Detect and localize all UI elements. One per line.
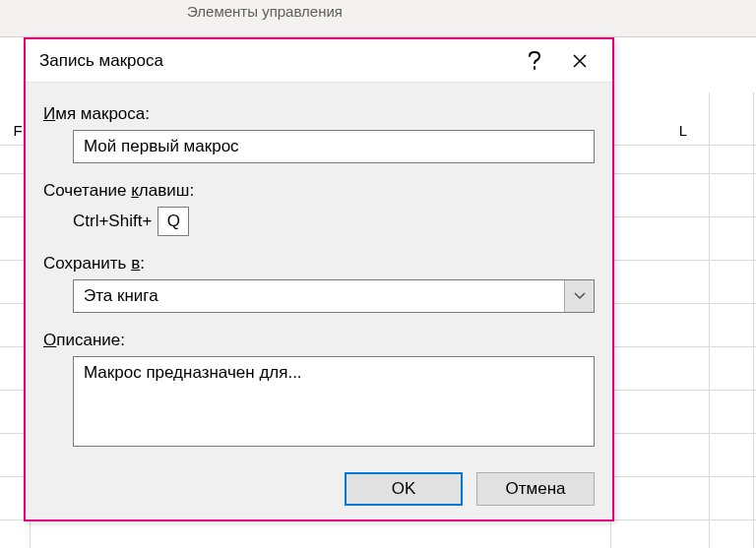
shortcut-prefix: Ctrl+Shift+ — [73, 212, 152, 231]
cancel-button[interactable]: Отмена — [476, 472, 595, 506]
shortcut-label: Сочетание клавиш: — [43, 181, 595, 201]
store-in-value: Эта книга — [84, 286, 158, 306]
store-in-label: Сохранить в: — [43, 254, 595, 274]
dialog-buttons: OK Отмена — [345, 472, 595, 506]
ribbon-group-label: Элементы управления — [187, 3, 343, 20]
ok-button[interactable]: OK — [345, 472, 463, 506]
chevron-down-icon — [564, 280, 594, 312]
shortcut-row: Ctrl+Shift+ — [73, 207, 595, 236]
macro-name-input[interactable] — [73, 130, 595, 163]
help-button[interactable] — [512, 41, 557, 81]
ribbon-fragment: Элементы управления — [0, 0, 756, 37]
description-label: Описание: — [43, 331, 595, 350]
store-in-select[interactable]: Эта книга — [73, 279, 595, 313]
column-header-l[interactable]: L — [663, 116, 703, 144]
dialog-body: Имя макроса: Сочетание клавиш: Ctrl+Shif… — [26, 83, 612, 451]
close-button[interactable] — [557, 41, 602, 81]
dialog-title: Запись макроса — [39, 51, 512, 71]
dialog-titlebar[interactable]: Запись макроса — [26, 39, 612, 83]
record-macro-dialog: Запись макроса Имя макроса: Сочетание кл… — [24, 37, 614, 521]
description-input[interactable] — [73, 356, 595, 447]
macro-name-label: Имя макроса: — [43, 104, 595, 124]
shortcut-key-input[interactable] — [158, 207, 189, 236]
